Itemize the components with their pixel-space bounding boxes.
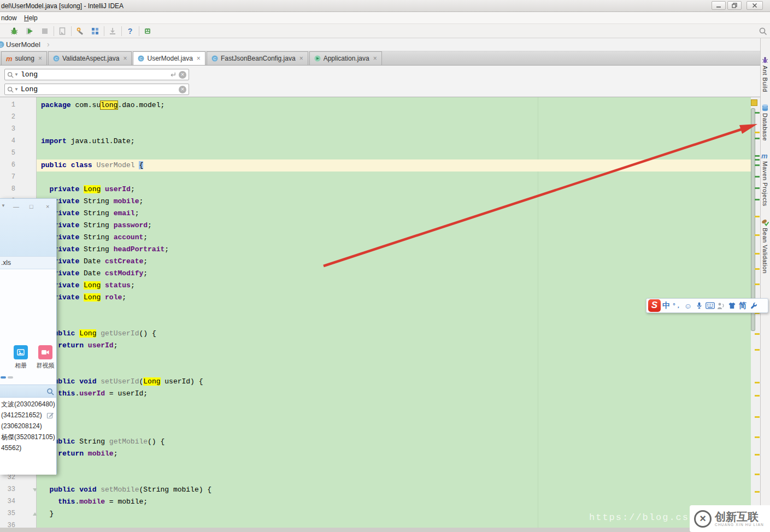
code-line[interactable]: public class UserModel { — [37, 159, 751, 172]
stop-icon[interactable] — [40, 27, 49, 36]
microphone-icon[interactable] — [693, 300, 704, 312]
tool-window-button-ant-build[interactable]: Ant Build — [760, 56, 770, 92]
code-line[interactable]: private Long userId; — [37, 184, 751, 196]
tab-close-icon[interactable]: × — [123, 55, 127, 62]
tab-application-java[interactable]: Application.java× — [309, 51, 382, 65]
replace-field[interactable]: ▼ × — [4, 84, 189, 95]
code-line[interactable]: private String email; — [37, 208, 751, 220]
qq-minimize-icon[interactable]: — — [13, 203, 19, 210]
qq-skin-caret-icon[interactable]: ▼ — [1, 203, 5, 208]
sogou-logo-icon[interactable]: S — [648, 300, 661, 312]
tab-close-icon[interactable]: × — [299, 55, 303, 62]
search-history-caret-icon[interactable]: ▼ — [14, 72, 19, 77]
editor-code-area[interactable]: package com.sulong.dao.model;import java… — [37, 97, 751, 528]
skin-shirt-icon[interactable] — [726, 300, 737, 312]
code-line[interactable]: package com.sulong.dao.model; — [37, 99, 751, 111]
code-line[interactable]: } — [37, 400, 751, 412]
tab-close-icon[interactable]: × — [38, 55, 42, 62]
qq-shortcut-album[interactable]: 相册 — [9, 345, 33, 370]
code-line[interactable]: this.userId = userId; — [37, 388, 751, 400]
debug-bug-icon[interactable] — [10, 27, 19, 36]
menu-help[interactable]: Help — [24, 14, 38, 22]
qq-contact-item[interactable]: 文波(2030206480) — [0, 399, 56, 410]
editor-scrollbar[interactable] — [751, 108, 755, 331]
tool-window-button-maven-projects[interactable]: mMaven Projects — [760, 152, 770, 206]
code-line[interactable]: private String mobile; — [37, 196, 751, 208]
code-line[interactable] — [37, 364, 751, 376]
code-line[interactable]: private String headPortrait; — [37, 244, 751, 256]
punctuation-mode-icon[interactable]: °， — [672, 300, 683, 312]
clear-search-icon[interactable]: × — [179, 71, 186, 79]
newline-icon[interactable] — [169, 71, 177, 78]
menu-window-partial[interactable]: ndow — [1, 14, 17, 22]
code-line[interactable]: public Long getUserId() { — [37, 328, 751, 340]
tool-window-button-database[interactable]: Database — [760, 104, 770, 141]
search-input[interactable] — [21, 70, 169, 79]
qq-contact-item[interactable]: 杨傑(3520817105) — [0, 431, 56, 442]
replace-history-caret-icon[interactable]: ▼ — [14, 87, 19, 92]
code-line[interactable]: private Date cstModify; — [37, 268, 751, 280]
tab-validateaspect-java[interactable]: CValidateAspect.java× — [48, 51, 132, 65]
qq-close-icon[interactable]: × — [46, 203, 49, 210]
plugin-update-icon[interactable] — [143, 27, 152, 36]
qq-search-bar[interactable] — [0, 385, 56, 398]
settings-wrench-icon[interactable] — [75, 27, 84, 36]
code-line[interactable]: import java.util.Date; — [37, 135, 751, 147]
code-line[interactable]: private Long role; — [37, 292, 751, 304]
code-line[interactable]: private String password; — [37, 220, 751, 232]
qq-maximize-icon[interactable]: □ — [30, 203, 33, 210]
export-window-icon[interactable] — [58, 27, 67, 36]
clear-replace-icon[interactable]: × — [179, 86, 186, 93]
tab-fastjsonbeanconfig-java[interactable]: CFastJsonBeanConfig.java× — [207, 51, 308, 65]
qq-contact-item[interactable]: 45562) — [0, 442, 56, 453]
minimize-button[interactable] — [712, 1, 726, 10]
close-button[interactable] — [747, 1, 763, 10]
help-icon[interactable]: ? — [126, 27, 134, 36]
search-icon[interactable] — [46, 388, 54, 395]
chinese-mode-icon[interactable]: 中 — [661, 300, 672, 312]
code-line[interactable]: private Date cstCreate; — [37, 256, 751, 268]
replace-input[interactable] — [21, 85, 177, 93]
tool-window-button-bean-validation[interactable]: Bean Validation — [760, 218, 770, 274]
emoji-icon[interactable]: ☺ — [683, 300, 693, 312]
tab-sulong[interactable]: msulong× — [1, 51, 47, 65]
soft-keyboard-icon[interactable] — [704, 300, 715, 312]
code-line[interactable]: public String getMobile() { — [37, 436, 751, 448]
pager-dot-active[interactable] — [1, 376, 6, 379]
edit-icon[interactable] — [46, 411, 54, 419]
code-line[interactable] — [37, 172, 751, 184]
code-line[interactable]: } — [37, 352, 751, 364]
pager-dot[interactable] — [8, 376, 13, 379]
code-line[interactable] — [37, 123, 751, 135]
code-line[interactable]: return mobile; — [37, 448, 751, 460]
code-line[interactable] — [37, 424, 751, 436]
code-line[interactable] — [37, 147, 751, 159]
code-line[interactable] — [37, 316, 751, 328]
tab-close-icon[interactable]: × — [373, 55, 377, 62]
qq-contact-item[interactable]: (3412521652) — [0, 410, 56, 421]
breadcrumb-item[interactable]: UserModel — [6, 40, 40, 49]
search-field[interactable]: ▼ × — [4, 69, 189, 80]
qq-file-row[interactable]: .xls — [0, 256, 56, 269]
run-with-coverage-icon[interactable] — [25, 27, 34, 36]
code-line[interactable] — [37, 412, 751, 424]
code-line[interactable]: public void setUserId(Long userId) { — [37, 376, 751, 388]
qq-file-item[interactable]: .xls — [1, 259, 11, 267]
file-status-indicator[interactable] — [751, 99, 757, 106]
search-icon[interactable] — [759, 27, 767, 36]
code-line[interactable]: public void setMobile(String mobile) { — [37, 484, 751, 496]
project-structure-icon[interactable] — [91, 27, 99, 36]
tab-close-icon[interactable]: × — [197, 55, 201, 62]
code-line[interactable] — [37, 472, 751, 484]
code-line[interactable]: this.mobile = mobile; — [37, 496, 751, 508]
tab-usermodel-java[interactable]: CUserModel.java× — [133, 51, 205, 65]
code-line[interactable] — [37, 111, 751, 123]
voice-assistant-icon[interactable] — [715, 300, 726, 312]
simplified-chinese-icon[interactable]: 简 — [737, 300, 748, 312]
qq-shortcut-group-video[interactable]: 群视频 — [33, 345, 57, 370]
ime-tools-wrench-icon[interactable] — [748, 300, 759, 312]
qq-contact-item[interactable]: (2306208124) — [0, 421, 56, 431]
code-line[interactable]: private Long status; — [37, 280, 751, 292]
usage-download-icon[interactable] — [108, 27, 117, 36]
code-line[interactable]: return userId; — [37, 340, 751, 352]
